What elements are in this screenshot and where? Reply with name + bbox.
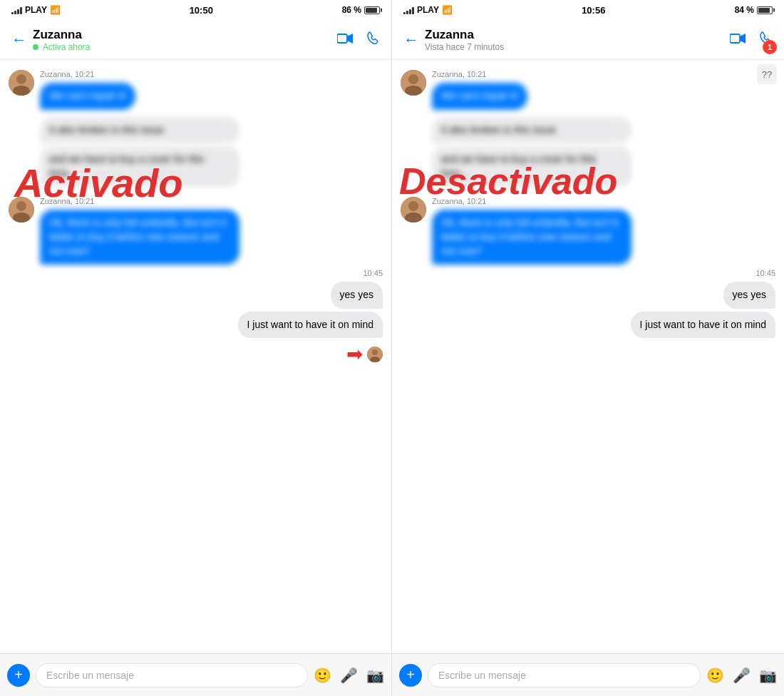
timestamp-1: 10:45 [0,269,391,277]
help-button[interactable]: ?? [757,64,777,84]
signal-icon-1 [11,6,22,14]
svg-rect-0 [337,34,347,43]
active-dot-1 [33,44,38,50]
input-icons-1: 🙂 🎤 📷 [314,667,384,684]
time-2: 10:56 [582,5,605,16]
status-left-1: PLAY 📶 [11,5,61,15]
avatar-3 [401,70,426,96]
message-group-3: Zuzanna, 10:21 We can't repair it! [392,66,784,114]
bubble-1-2: It also broken in this issue [40,117,239,144]
camera-button-1[interactable]: 📷 [366,667,384,684]
svg-marker-12 [740,34,746,44]
sender-info-2: Zuzanna, 10:21 [40,197,239,205]
microphone-button-1[interactable]: 🎤 [340,667,358,684]
message-group-2: Zuzanna, 10:21 Ok, there is only full um… [0,193,391,269]
sender-info-4: Zuzanna, 10:21 [432,197,631,205]
bubble-1-1: We can't repair it! [40,83,135,110]
wifi-icon-1: 📶 [50,5,61,15]
outgoing-bubble-2: I just want to have it on mind [238,312,383,339]
svg-point-3 [16,74,26,84]
message-input-2[interactable]: Escribe un mensaje [428,663,701,687]
signal-icon-2 [403,6,414,14]
video-call-button-2[interactable] [730,31,746,48]
status-bar-1: PLAY 📶 10:50 86 % [0,0,391,20]
avatar-1 [9,70,34,96]
blurred-text-block-2: It also broken in this issue and we have… [432,117,660,188]
message-group-1: Zuzanna, 10:21 We can't repair it! [0,66,391,114]
sender-info-1: Zuzanna, 10:21 [40,70,135,78]
outgoing-bubble-4: I just want to have it on mind [631,312,775,339]
svg-point-17 [408,201,418,211]
contact-name-2: Zuzanna [425,28,730,42]
outgoing-group-1: yes yes I just want to have it on mind [0,279,391,341]
carrier-2: PLAY [417,5,439,15]
message-input-1[interactable]: Escribe un mensaje [36,663,308,687]
panel-activated: PLAY 📶 10:50 86 % ← Zuzanna Activa ahora [0,0,392,696]
timestamp-2: 10:45 [392,269,784,277]
bubble-3-2: It also broken in this issue [432,117,631,144]
emoji-button-2[interactable]: 🙂 [706,667,724,684]
red-arrow-icon: ➡ [346,342,363,366]
battery-icon-1 [364,6,380,14]
message-content-1: Zuzanna, 10:21 We can't repair it! [40,70,135,110]
read-avatar-1 [367,347,383,362]
back-button-2[interactable]: ← [403,31,419,49]
svg-point-9 [372,349,378,355]
message-group-4: Zuzanna, 10:21 Ok, there is only full um… [392,193,784,269]
input-icons-2: 🙂 🎤 📷 [706,667,777,684]
battery-pct-1: 86 % [342,5,361,15]
contact-status-2: Vista hace 7 minutos [425,42,730,52]
avatar-2 [9,197,34,222]
panel-deactivated: PLAY 📶 10:56 84 % ← Zuzanna Vista hace 7… [392,0,784,696]
add-attachment-button-1[interactable]: + [7,664,30,687]
wifi-icon-2: 📶 [442,5,453,15]
outgoing-bubble-1: yes yes [331,282,383,309]
emoji-button-1[interactable]: 🙂 [314,667,331,684]
chat-header-2: ← Zuzanna Vista hace 7 minutos [392,20,784,60]
bubble-3-1: We can't repair it! [432,83,527,110]
header-title-area-2: Zuzanna Vista hace 7 minutos [425,28,730,52]
contact-name-1: Zuzanna [33,28,337,42]
bubble-1-3: and we have to buy a cover for this time… [40,146,239,187]
video-call-button-1[interactable] [337,31,353,48]
message-content-4: Zuzanna, 10:21 Ok, there is only full um… [432,197,631,265]
battery-pct-2: 84 % [735,5,754,15]
svg-point-14 [408,74,418,84]
back-button-1[interactable]: ← [11,31,27,49]
status-right-2: 84 % [735,5,773,15]
notification-badge: 1 [763,40,777,54]
chat-area-2: Desactivado Zuzanna, 10:21 We can't repa… [392,60,784,653]
phone-call-button-1[interactable] [367,31,380,48]
battery-icon-2 [757,6,773,14]
read-receipt-1: ➡ [0,342,391,366]
bubble-3-3: and we have to buy a cover for this time… [432,146,631,187]
microphone-button-2[interactable]: 🎤 [733,667,751,684]
status-left-2: PLAY 📶 [403,5,453,15]
sender-info-3: Zuzanna, 10:21 [432,70,527,78]
input-placeholder-1: Escribe un mensaje [46,670,134,681]
outgoing-group-2: yes yes I just want to have it on mind [392,279,784,341]
time-1: 10:50 [190,5,213,16]
status-bar-2: PLAY 📶 10:56 84 % [392,0,784,20]
header-icons-1 [337,31,380,48]
avatar-4 [401,197,426,222]
camera-button-2[interactable]: 📷 [759,667,777,684]
bubble-2-1: Ok, there is only full umbrella. But isn… [40,210,239,265]
header-title-area-1: Zuzanna Activa ahora [33,28,337,52]
svg-rect-11 [730,34,740,43]
svg-point-6 [16,201,26,211]
input-placeholder-2: Escribe un mensaje [438,670,526,681]
svg-marker-1 [347,34,353,44]
contact-status-1: Activa ahora [33,42,337,52]
blurred-text-block-1: It also broken in this issue and we have… [40,117,268,188]
message-content-2: Zuzanna, 10:21 Ok, there is only full um… [40,197,239,265]
bubble-4-1: Ok, there is only full umbrella. But isn… [432,210,631,265]
outgoing-bubble-3: yes yes [723,282,775,309]
status-right-1: 86 % [342,5,380,15]
chat-header-1: ← Zuzanna Activa ahora [0,20,391,60]
chat-area-1: Activado Zuzanna, 10:21 We can't repair … [0,60,391,653]
carrier-1: PLAY [25,5,47,15]
message-content-3: Zuzanna, 10:21 We can't repair it! [432,70,527,110]
input-bar-2: + Escribe un mensaje 🙂 🎤 📷 [392,653,784,696]
add-attachment-button-2[interactable]: + [399,664,422,687]
